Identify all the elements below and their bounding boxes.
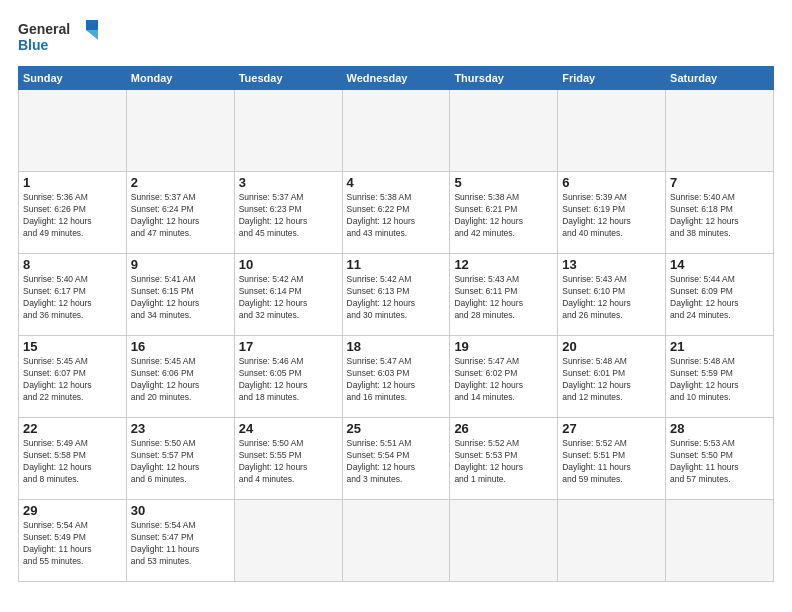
col-friday: Friday xyxy=(558,67,666,90)
day-cell: 22Sunrise: 5:49 AM Sunset: 5:58 PM Dayli… xyxy=(19,418,127,500)
day-number: 8 xyxy=(23,257,122,272)
day-number: 15 xyxy=(23,339,122,354)
day-info: Sunrise: 5:45 AM Sunset: 6:06 PM Dayligh… xyxy=(131,356,230,404)
day-number: 5 xyxy=(454,175,553,190)
day-number: 22 xyxy=(23,421,122,436)
day-info: Sunrise: 5:37 AM Sunset: 6:24 PM Dayligh… xyxy=(131,192,230,240)
day-number: 1 xyxy=(23,175,122,190)
day-info: Sunrise: 5:53 AM Sunset: 5:50 PM Dayligh… xyxy=(670,438,769,486)
svg-text:Blue: Blue xyxy=(18,37,49,53)
day-number: 20 xyxy=(562,339,661,354)
day-cell xyxy=(342,90,450,172)
day-info: Sunrise: 5:42 AM Sunset: 6:14 PM Dayligh… xyxy=(239,274,338,322)
day-cell: 8Sunrise: 5:40 AM Sunset: 6:17 PM Daylig… xyxy=(19,254,127,336)
day-number: 21 xyxy=(670,339,769,354)
day-cell: 27Sunrise: 5:52 AM Sunset: 5:51 PM Dayli… xyxy=(558,418,666,500)
day-cell: 3Sunrise: 5:37 AM Sunset: 6:23 PM Daylig… xyxy=(234,172,342,254)
day-info: Sunrise: 5:43 AM Sunset: 6:11 PM Dayligh… xyxy=(454,274,553,322)
day-cell: 29Sunrise: 5:54 AM Sunset: 5:49 PM Dayli… xyxy=(19,500,127,582)
week-row-3: 15Sunrise: 5:45 AM Sunset: 6:07 PM Dayli… xyxy=(19,336,774,418)
day-number: 16 xyxy=(131,339,230,354)
day-number: 26 xyxy=(454,421,553,436)
day-cell: 28Sunrise: 5:53 AM Sunset: 5:50 PM Dayli… xyxy=(666,418,774,500)
day-info: Sunrise: 5:47 AM Sunset: 6:03 PM Dayligh… xyxy=(347,356,446,404)
day-info: Sunrise: 5:54 AM Sunset: 5:47 PM Dayligh… xyxy=(131,520,230,568)
day-cell: 12Sunrise: 5:43 AM Sunset: 6:11 PM Dayli… xyxy=(450,254,558,336)
day-cell xyxy=(19,90,127,172)
day-cell: 4Sunrise: 5:38 AM Sunset: 6:22 PM Daylig… xyxy=(342,172,450,254)
day-number: 2 xyxy=(131,175,230,190)
day-cell xyxy=(558,90,666,172)
day-info: Sunrise: 5:42 AM Sunset: 6:13 PM Dayligh… xyxy=(347,274,446,322)
day-cell: 14Sunrise: 5:44 AM Sunset: 6:09 PM Dayli… xyxy=(666,254,774,336)
day-number: 14 xyxy=(670,257,769,272)
day-info: Sunrise: 5:49 AM Sunset: 5:58 PM Dayligh… xyxy=(23,438,122,486)
day-cell xyxy=(234,90,342,172)
day-number: 19 xyxy=(454,339,553,354)
day-info: Sunrise: 5:43 AM Sunset: 6:10 PM Dayligh… xyxy=(562,274,661,322)
day-number: 27 xyxy=(562,421,661,436)
day-number: 3 xyxy=(239,175,338,190)
logo: GeneralBlue xyxy=(18,18,108,56)
day-cell: 18Sunrise: 5:47 AM Sunset: 6:03 PM Dayli… xyxy=(342,336,450,418)
svg-marker-3 xyxy=(86,30,98,40)
day-cell xyxy=(450,500,558,582)
day-number: 9 xyxy=(131,257,230,272)
day-number: 23 xyxy=(131,421,230,436)
day-cell xyxy=(234,500,342,582)
day-cell xyxy=(666,90,774,172)
day-info: Sunrise: 5:37 AM Sunset: 6:23 PM Dayligh… xyxy=(239,192,338,240)
week-row-5: 29Sunrise: 5:54 AM Sunset: 5:49 PM Dayli… xyxy=(19,500,774,582)
day-cell: 6Sunrise: 5:39 AM Sunset: 6:19 PM Daylig… xyxy=(558,172,666,254)
day-info: Sunrise: 5:40 AM Sunset: 6:17 PM Dayligh… xyxy=(23,274,122,322)
day-info: Sunrise: 5:36 AM Sunset: 6:26 PM Dayligh… xyxy=(23,192,122,240)
day-number: 29 xyxy=(23,503,122,518)
day-cell: 1Sunrise: 5:36 AM Sunset: 6:26 PM Daylig… xyxy=(19,172,127,254)
day-number: 18 xyxy=(347,339,446,354)
col-wednesday: Wednesday xyxy=(342,67,450,90)
day-cell: 5Sunrise: 5:38 AM Sunset: 6:21 PM Daylig… xyxy=(450,172,558,254)
day-cell: 23Sunrise: 5:50 AM Sunset: 5:57 PM Dayli… xyxy=(126,418,234,500)
day-cell: 19Sunrise: 5:47 AM Sunset: 6:02 PM Dayli… xyxy=(450,336,558,418)
day-number: 17 xyxy=(239,339,338,354)
week-row-1: 1Sunrise: 5:36 AM Sunset: 6:26 PM Daylig… xyxy=(19,172,774,254)
day-cell xyxy=(450,90,558,172)
day-cell: 20Sunrise: 5:48 AM Sunset: 6:01 PM Dayli… xyxy=(558,336,666,418)
day-cell: 26Sunrise: 5:52 AM Sunset: 5:53 PM Dayli… xyxy=(450,418,558,500)
day-info: Sunrise: 5:52 AM Sunset: 5:53 PM Dayligh… xyxy=(454,438,553,486)
calendar-table: Sunday Monday Tuesday Wednesday Thursday… xyxy=(18,66,774,582)
day-info: Sunrise: 5:47 AM Sunset: 6:02 PM Dayligh… xyxy=(454,356,553,404)
day-info: Sunrise: 5:50 AM Sunset: 5:55 PM Dayligh… xyxy=(239,438,338,486)
day-number: 7 xyxy=(670,175,769,190)
day-number: 6 xyxy=(562,175,661,190)
day-cell: 15Sunrise: 5:45 AM Sunset: 6:07 PM Dayli… xyxy=(19,336,127,418)
day-cell: 21Sunrise: 5:48 AM Sunset: 5:59 PM Dayli… xyxy=(666,336,774,418)
day-number: 25 xyxy=(347,421,446,436)
day-cell: 24Sunrise: 5:50 AM Sunset: 5:55 PM Dayli… xyxy=(234,418,342,500)
day-cell: 13Sunrise: 5:43 AM Sunset: 6:10 PM Dayli… xyxy=(558,254,666,336)
day-number: 12 xyxy=(454,257,553,272)
day-info: Sunrise: 5:52 AM Sunset: 5:51 PM Dayligh… xyxy=(562,438,661,486)
day-info: Sunrise: 5:38 AM Sunset: 6:22 PM Dayligh… xyxy=(347,192,446,240)
header: GeneralBlue xyxy=(18,18,774,56)
svg-text:General: General xyxy=(18,21,70,37)
day-cell: 2Sunrise: 5:37 AM Sunset: 6:24 PM Daylig… xyxy=(126,172,234,254)
day-info: Sunrise: 5:50 AM Sunset: 5:57 PM Dayligh… xyxy=(131,438,230,486)
day-cell xyxy=(558,500,666,582)
week-row-2: 8Sunrise: 5:40 AM Sunset: 6:17 PM Daylig… xyxy=(19,254,774,336)
week-row-4: 22Sunrise: 5:49 AM Sunset: 5:58 PM Dayli… xyxy=(19,418,774,500)
day-number: 4 xyxy=(347,175,446,190)
day-info: Sunrise: 5:45 AM Sunset: 6:07 PM Dayligh… xyxy=(23,356,122,404)
col-tuesday: Tuesday xyxy=(234,67,342,90)
day-number: 13 xyxy=(562,257,661,272)
col-monday: Monday xyxy=(126,67,234,90)
day-info: Sunrise: 5:51 AM Sunset: 5:54 PM Dayligh… xyxy=(347,438,446,486)
day-cell: 17Sunrise: 5:46 AM Sunset: 6:05 PM Dayli… xyxy=(234,336,342,418)
day-info: Sunrise: 5:40 AM Sunset: 6:18 PM Dayligh… xyxy=(670,192,769,240)
week-row-0 xyxy=(19,90,774,172)
day-info: Sunrise: 5:44 AM Sunset: 6:09 PM Dayligh… xyxy=(670,274,769,322)
day-info: Sunrise: 5:48 AM Sunset: 6:01 PM Dayligh… xyxy=(562,356,661,404)
day-info: Sunrise: 5:39 AM Sunset: 6:19 PM Dayligh… xyxy=(562,192,661,240)
day-cell xyxy=(126,90,234,172)
day-info: Sunrise: 5:38 AM Sunset: 6:21 PM Dayligh… xyxy=(454,192,553,240)
